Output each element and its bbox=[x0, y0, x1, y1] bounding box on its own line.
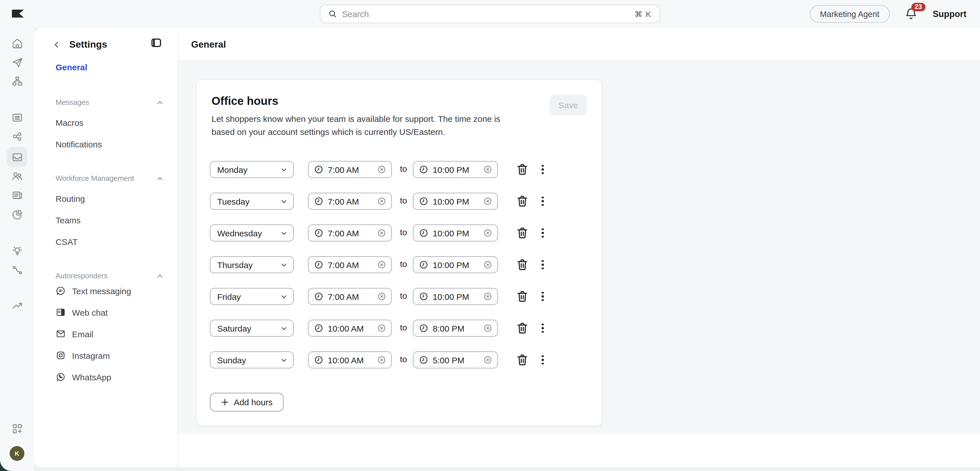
sidebar-item-teams[interactable]: Teams bbox=[56, 215, 81, 226]
office-hours-row: Tuesday 7:00 AM to 10:00 PM bbox=[197, 193, 602, 210]
rail-trends-icon[interactable] bbox=[7, 295, 27, 316]
sidebar-item-routing[interactable]: Routing bbox=[56, 193, 85, 205]
row-menu-icon[interactable] bbox=[538, 163, 547, 176]
start-time-input[interactable]: 7:00 AM bbox=[308, 256, 392, 273]
row-menu-icon[interactable] bbox=[538, 227, 547, 239]
row-menu-icon[interactable] bbox=[538, 258, 547, 271]
to-label: to bbox=[394, 164, 413, 173]
delete-row-icon[interactable] bbox=[515, 226, 529, 240]
start-time-input[interactable]: 7:00 AM bbox=[308, 193, 392, 210]
day-select[interactable]: Friday bbox=[210, 288, 294, 305]
clear-time-icon[interactable] bbox=[377, 292, 386, 301]
app-logo[interactable] bbox=[12, 10, 24, 17]
back-chevron-icon[interactable] bbox=[52, 40, 61, 49]
search-input[interactable]: Search ⌘ K bbox=[320, 5, 660, 23]
clear-time-icon[interactable] bbox=[483, 292, 492, 301]
row-menu-icon[interactable] bbox=[538, 195, 547, 208]
rail-customers-icon[interactable] bbox=[7, 165, 27, 186]
office-hours-row: Friday 7:00 AM to 10:00 PM bbox=[197, 288, 602, 305]
start-time-input[interactable]: 7:00 AM bbox=[308, 224, 392, 241]
rail-knowledge-icon[interactable] bbox=[7, 185, 27, 205]
day-select[interactable]: Tuesday bbox=[210, 193, 294, 210]
save-button[interactable]: Save bbox=[550, 95, 587, 115]
agent-status-button[interactable]: Marketing Agent bbox=[810, 5, 890, 23]
support-link[interactable]: Support bbox=[933, 9, 966, 19]
start-time-input[interactable]: 10:00 AM bbox=[308, 351, 392, 368]
clear-time-icon[interactable] bbox=[377, 260, 386, 269]
delete-row-icon[interactable] bbox=[515, 353, 529, 367]
page-title: General bbox=[191, 39, 226, 50]
clear-time-icon[interactable] bbox=[377, 324, 386, 333]
end-time-input[interactable]: 10:00 PM bbox=[413, 193, 498, 210]
office-hours-title: Office hours bbox=[212, 95, 278, 108]
office-hours-row: Thursday 7:00 AM to 10:00 PM bbox=[197, 256, 602, 273]
day-select[interactable]: Thursday bbox=[210, 256, 294, 273]
sidebar-item-instagram[interactable]: Instagram bbox=[56, 349, 110, 362]
end-time-input[interactable]: 10:00 PM bbox=[413, 161, 498, 178]
rail-share-icon[interactable] bbox=[7, 126, 27, 147]
add-hours-button[interactable]: Add hours bbox=[210, 393, 283, 411]
clock-icon bbox=[419, 228, 428, 238]
delete-row-icon[interactable] bbox=[515, 194, 529, 208]
rail-apps-icon[interactable] bbox=[7, 418, 27, 439]
day-select[interactable]: Sunday bbox=[210, 351, 294, 368]
sidebar-item-notifications[interactable]: Notifications bbox=[56, 139, 102, 150]
user-avatar[interactable]: K bbox=[10, 446, 24, 461]
rail-journeys-icon[interactable] bbox=[7, 260, 27, 280]
settings-content: Office hours Save Let shoppers know when… bbox=[178, 61, 980, 434]
delete-row-icon[interactable] bbox=[515, 258, 529, 271]
rail-macros-icon[interactable] bbox=[7, 107, 27, 127]
delete-row-icon[interactable] bbox=[515, 290, 529, 303]
sidebar-item-email[interactable]: Email bbox=[56, 328, 93, 340]
day-select[interactable]: Wednesday bbox=[210, 224, 294, 241]
chevron-down-icon bbox=[280, 325, 288, 332]
sidebar-item-text-messaging[interactable]: Text messaging bbox=[56, 284, 131, 297]
rail-reports-icon[interactable] bbox=[7, 204, 27, 224]
clear-time-icon[interactable] bbox=[377, 197, 386, 206]
clear-time-icon[interactable] bbox=[377, 355, 386, 365]
rail-workflow-icon[interactable] bbox=[7, 71, 27, 91]
section-autoresponders: Autoresponders bbox=[56, 271, 108, 281]
rail-send-icon[interactable] bbox=[7, 52, 27, 73]
clear-time-icon[interactable] bbox=[483, 260, 492, 269]
sidebar-item-whatsapp[interactable]: WhatsApp bbox=[56, 371, 111, 383]
clock-icon bbox=[314, 228, 323, 238]
start-time-input[interactable]: 10:00 AM bbox=[308, 320, 392, 337]
row-menu-icon[interactable] bbox=[538, 354, 547, 366]
end-time-input[interactable]: 10:00 PM bbox=[413, 288, 498, 305]
end-time-input[interactable]: 8:00 PM bbox=[413, 320, 498, 337]
search-placeholder: Search bbox=[342, 9, 630, 19]
start-time-input[interactable]: 7:00 AM bbox=[308, 161, 392, 178]
sidebar-item-macros[interactable]: Macros bbox=[56, 117, 83, 128]
chevron-up-icon[interactable] bbox=[156, 99, 163, 106]
sidebar-item-general[interactable]: General bbox=[56, 62, 88, 73]
end-time-input[interactable]: 5:00 PM bbox=[413, 351, 498, 368]
row-menu-icon[interactable] bbox=[538, 290, 547, 303]
clear-time-icon[interactable] bbox=[483, 165, 492, 174]
rail-home-icon[interactable] bbox=[7, 33, 27, 53]
sidebar-item-web-chat[interactable]: Web chat bbox=[56, 306, 108, 319]
collapse-panel-icon[interactable] bbox=[151, 38, 161, 47]
clear-time-icon[interactable] bbox=[377, 228, 386, 238]
rail-inbox-icon[interactable] bbox=[7, 147, 27, 167]
chevron-up-icon[interactable] bbox=[156, 175, 163, 182]
clear-time-icon[interactable] bbox=[483, 228, 492, 238]
delete-row-icon[interactable] bbox=[515, 163, 529, 176]
icon-rail: K bbox=[0, 28, 34, 471]
day-select[interactable]: Saturday bbox=[210, 320, 294, 337]
clear-time-icon[interactable] bbox=[483, 324, 492, 333]
day-select[interactable]: Monday bbox=[210, 161, 294, 178]
end-time-input[interactable]: 10:00 PM bbox=[413, 224, 498, 241]
start-time-input[interactable]: 7:00 AM bbox=[308, 288, 392, 305]
sidebar-item-csat[interactable]: CSAT bbox=[56, 236, 78, 248]
row-menu-icon[interactable] bbox=[538, 322, 547, 335]
clear-time-icon[interactable] bbox=[483, 355, 492, 365]
chevron-down-icon bbox=[280, 198, 288, 205]
delete-row-icon[interactable] bbox=[515, 321, 529, 335]
chevron-up-icon[interactable] bbox=[156, 273, 163, 279]
notifications-button[interactable]: 23 bbox=[904, 7, 918, 21]
end-time-input[interactable]: 10:00 PM bbox=[413, 256, 498, 273]
clear-time-icon[interactable] bbox=[483, 197, 492, 206]
rail-insights-icon[interactable] bbox=[7, 240, 27, 261]
clear-time-icon[interactable] bbox=[377, 165, 386, 174]
